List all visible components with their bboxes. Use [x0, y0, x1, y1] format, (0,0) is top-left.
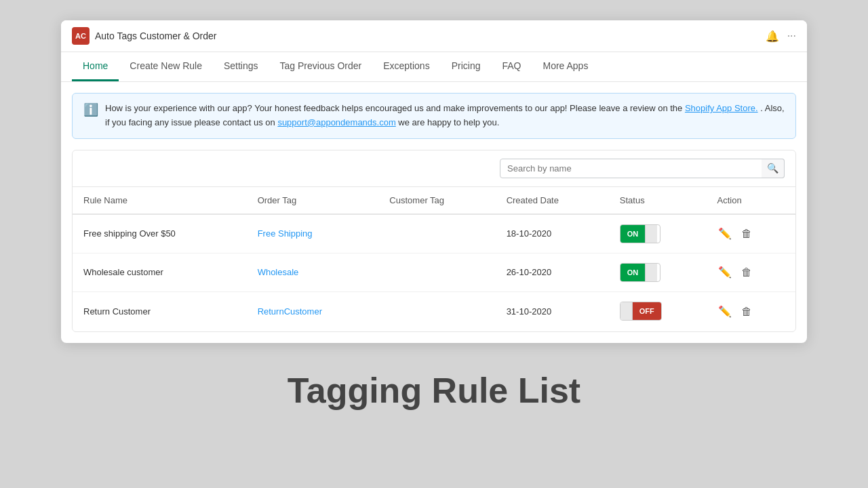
- edit-button[interactable]: ✏️: [717, 226, 733, 241]
- cell-status[interactable]: ON: [609, 214, 707, 253]
- order-tag-link[interactable]: Wholesale: [258, 267, 299, 277]
- rules-table: Rule Name Order Tag Customer Tag Created…: [73, 187, 795, 331]
- col-customer-tag: Customer Tag: [378, 187, 495, 214]
- info-icon: ℹ️: [83, 102, 98, 117]
- cell-status[interactable]: OFF: [609, 291, 707, 331]
- cell-rule-name: Return Customer: [73, 291, 247, 331]
- order-tag-link[interactable]: Free Shipping: [258, 228, 313, 239]
- cell-customer-tag: [378, 214, 495, 253]
- table-container: 🔍 Rule Name Order Tag Customer Tag Creat…: [72, 150, 796, 332]
- delete-button[interactable]: 🗑: [740, 304, 753, 319]
- nav-home[interactable]: Home: [72, 52, 119, 81]
- nav-tag-previous-order[interactable]: Tag Previous Order: [269, 52, 373, 81]
- table-row: Wholesale customerWholesale26-10-2020 ON…: [73, 253, 795, 291]
- search-input[interactable]: [500, 159, 785, 178]
- cell-customer-tag: [378, 253, 495, 291]
- app-window: AC Auto Tags Customer & Order 🔔 ··· Home…: [61, 20, 807, 343]
- app-nav: Home Create New Rule Settings Tag Previo…: [61, 52, 807, 82]
- page-title: Tagging Rule List: [288, 370, 580, 411]
- more-options-icon[interactable]: ···: [787, 30, 796, 42]
- col-created-date: Created Date: [496, 187, 609, 214]
- cell-order-tag: ReturnCustomer: [247, 291, 379, 331]
- cell-action: ✏️ 🗑: [706, 253, 795, 291]
- cell-created-date: 31-10-2020: [496, 291, 609, 331]
- search-wrapper: 🔍: [500, 159, 785, 178]
- col-rule-name: Rule Name: [73, 187, 247, 214]
- edit-button[interactable]: ✏️: [717, 264, 733, 280]
- col-action: Action: [706, 187, 795, 214]
- delete-button[interactable]: 🗑: [740, 226, 753, 241]
- order-tag-link[interactable]: ReturnCustomer: [258, 306, 322, 317]
- nav-create-new-rule[interactable]: Create New Rule: [119, 52, 213, 81]
- toggle-handle: [620, 302, 633, 320]
- cell-order-tag: Free Shipping: [247, 214, 379, 253]
- page-title-area: Tagging Rule List: [288, 343, 580, 424]
- toggle-on-label: ON: [620, 225, 646, 243]
- status-toggle-on[interactable]: ON: [620, 224, 660, 243]
- cell-order-tag: Wholesale: [247, 253, 379, 291]
- col-order-tag: Order Tag: [247, 187, 379, 214]
- support-email-link[interactable]: support@appondemands.com: [277, 117, 395, 127]
- cell-rule-name: Free shipping Over $50: [73, 214, 247, 253]
- status-toggle-on[interactable]: ON: [620, 263, 660, 282]
- toggle-handle: [645, 225, 657, 243]
- delete-button[interactable]: 🗑: [740, 265, 753, 280]
- header-right: 🔔 ···: [766, 30, 796, 43]
- status-toggle-off[interactable]: OFF: [620, 302, 662, 321]
- header-left: AC Auto Tags Customer & Order: [72, 27, 216, 45]
- action-buttons: ✏️ 🗑: [717, 226, 785, 241]
- cell-action: ✏️ 🗑: [706, 291, 795, 331]
- col-status: Status: [609, 187, 707, 214]
- cell-action: ✏️ 🗑: [706, 214, 795, 253]
- toggle-off-label: OFF: [633, 302, 661, 320]
- nav-exceptions[interactable]: Exceptions: [372, 52, 440, 81]
- app-header: AC Auto Tags Customer & Order 🔔 ···: [61, 20, 807, 52]
- edit-button[interactable]: ✏️: [717, 304, 733, 319]
- nav-settings[interactable]: Settings: [213, 52, 269, 81]
- info-banner: ℹ️ How is your experience with our app? …: [72, 93, 796, 139]
- nav-more-apps[interactable]: More Apps: [532, 52, 599, 81]
- cell-rule-name: Wholesale customer: [73, 253, 247, 291]
- cell-created-date: 18-10-2020: [496, 214, 609, 253]
- table-row: Free shipping Over $50Free Shipping18-10…: [73, 214, 795, 253]
- app-title: Auto Tags Customer & Order: [95, 30, 216, 41]
- cell-created-date: 26-10-2020: [496, 253, 609, 291]
- nav-faq[interactable]: FAQ: [491, 52, 532, 81]
- table-row: Return CustomerReturnCustomer31-10-2020 …: [73, 291, 795, 331]
- app-logo: AC: [72, 27, 90, 45]
- cell-status[interactable]: ON: [609, 253, 707, 291]
- search-button[interactable]: 🔍: [762, 159, 785, 178]
- toggle-on-label: ON: [620, 264, 646, 281]
- bell-icon[interactable]: 🔔: [766, 30, 779, 43]
- action-buttons: ✏️ 🗑: [717, 304, 785, 319]
- table-header-row: Rule Name Order Tag Customer Tag Created…: [73, 187, 795, 214]
- action-buttons: ✏️ 🗑: [717, 264, 785, 280]
- shopify-app-store-link[interactable]: Shopify App Store.: [685, 103, 758, 113]
- search-bar: 🔍: [73, 150, 795, 187]
- info-banner-text: How is your experience with our app? You…: [105, 102, 785, 130]
- nav-pricing[interactable]: Pricing: [441, 52, 492, 81]
- cell-customer-tag: [378, 291, 495, 331]
- toggle-handle: [645, 264, 657, 281]
